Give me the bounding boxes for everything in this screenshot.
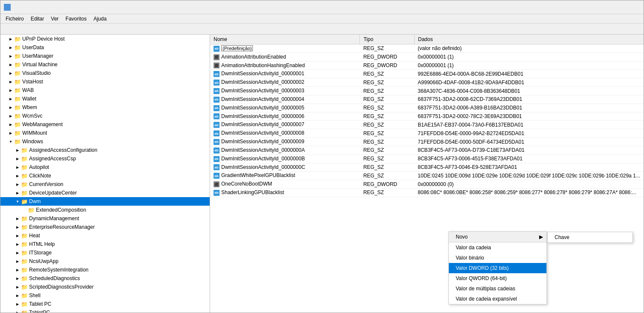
table-row[interactable]: abDwmInitSessionActivityId_00000002REG_S…: [210, 78, 644, 87]
minimize-button[interactable]: [579, 1, 599, 13]
tree-item[interactable]: ▶📁WAB: [0, 86, 210, 94]
expand-icon[interactable]: ▶: [14, 232, 21, 239]
expand-icon[interactable]: ▶: [14, 189, 21, 196]
table-row[interactable]: abShaderLinkingGPUBlacklistREG_SZ8086:08…: [210, 189, 644, 197]
expand-icon[interactable]: ▶: [7, 70, 14, 77]
expand-icon[interactable]: ▼: [7, 138, 14, 145]
tree-item[interactable]: ▶📁ClickNote: [0, 171, 210, 180]
chave-item[interactable]: Chave: [548, 232, 632, 242]
table-row[interactable]: abDwmInitSessionActivityId_00000004REG_S…: [210, 95, 644, 103]
close-button[interactable]: [620, 1, 640, 13]
expand-icon[interactable]: ▶: [14, 283, 21, 290]
expand-icon[interactable]: ▶: [7, 61, 14, 68]
expand-icon[interactable]: ▶: [14, 258, 21, 265]
col-header-type[interactable]: Tipo: [360, 35, 414, 44]
context-menu-item[interactable]: Valor da cadeia: [449, 242, 546, 253]
expand-icon[interactable]: ▶: [14, 275, 21, 282]
expand-icon[interactable]: ▶: [14, 164, 21, 171]
expand-icon[interactable]: ▶: [7, 53, 14, 59]
expand-icon[interactable]: ▶: [14, 224, 21, 230]
menu-ficheiro[interactable]: Ficheiro: [2, 15, 27, 23]
expand-icon[interactable]: ▶: [14, 266, 21, 273]
table-row[interactable]: abDwmInitSessionActivityId_00000006REG_S…: [210, 112, 644, 121]
expand-icon[interactable]: ▶: [14, 172, 21, 179]
tree-item[interactable]: ▶📁DeviceUpdateCenter: [0, 189, 210, 197]
context-menu-item[interactable]: Valor QWORD (64-bit): [449, 273, 546, 283]
tree-item[interactable]: ▶📁Autopilot: [0, 163, 210, 171]
tree-item[interactable]: ▶📁RemoteSystemIntegration: [0, 266, 210, 274]
table-row[interactable]: abDwmInitSessionActivityId_00000009REG_S…: [210, 138, 644, 146]
expand-icon[interactable]: ▶: [7, 87, 14, 94]
tree-item[interactable]: ▶📁AssignedAccessConfiguration: [0, 146, 210, 154]
tree-item[interactable]: ▶📁VisualStudio: [0, 69, 210, 77]
expand-icon[interactable]: [21, 207, 28, 213]
expand-icon[interactable]: ▶: [7, 35, 14, 42]
tree-item[interactable]: ▶📁NcsiUwpApp: [0, 257, 210, 266]
expand-icon[interactable]: ▶: [14, 181, 21, 188]
expand-icon[interactable]: ▶: [14, 215, 21, 222]
context-menu-item[interactable]: Valor de cadeia expansível: [449, 294, 546, 304]
expand-icon[interactable]: ▶: [7, 95, 14, 102]
tree-item[interactable]: 📁ExtendedComposition: [0, 206, 210, 214]
tree-item[interactable]: ▶📁Shell: [0, 291, 210, 300]
context-menu-item[interactable]: Valor de múltiplas cadeias: [449, 283, 546, 294]
maximize-button[interactable]: [600, 1, 620, 13]
tree-item[interactable]: ▶📁ScriptedDiagnosticsProvider: [0, 283, 210, 291]
expand-icon[interactable]: ▼: [14, 198, 21, 205]
expand-icon[interactable]: ▶: [14, 292, 21, 299]
tree-item[interactable]: ▶📁WIMMount: [0, 129, 210, 137]
tree-item[interactable]: ▶📁HTML Help: [0, 240, 210, 248]
tree-item[interactable]: ▶📁EnterpriseResourceManager: [0, 223, 210, 231]
table-row[interactable]: ⬛AnimationAttributionHashingEnabledREG_D…: [210, 61, 644, 70]
tree-item[interactable]: ▶📁ScheduledDiagnostics: [0, 274, 210, 283]
expand-icon[interactable]: ▶: [7, 44, 14, 51]
expand-icon[interactable]: ▶: [14, 155, 21, 162]
tree-item[interactable]: ▶📁WebManagement: [0, 120, 210, 129]
expand-icon[interactable]: ▶: [7, 104, 14, 111]
tree-item[interactable]: ▶📁AssignedAccessCsp: [0, 154, 210, 163]
table-row[interactable]: ⬛OneCoreNoBootDWMREG_DWORD0x00000000 (0): [210, 180, 644, 189]
table-row[interactable]: abDwmInitSessionActivityId_00000001REG_S…: [210, 70, 644, 78]
table-row[interactable]: abDwmInitSessionActivityId_0000000BREG_S…: [210, 154, 644, 163]
expand-icon[interactable]: ▶: [7, 130, 14, 136]
tree-item[interactable]: ▶📁Wbem: [0, 103, 210, 112]
tree-panel[interactable]: ▶📁UPnP Device Host▶📁UserData▶📁UserManage…: [0, 35, 210, 313]
tree-item[interactable]: ▶📁ITStorage: [0, 248, 210, 257]
col-header-name[interactable]: Nome: [210, 35, 360, 44]
tree-item[interactable]: ▶📁UserManager: [0, 52, 210, 60]
table-row[interactable]: abDwmInitSessionActivityId_00000005REG_S…: [210, 103, 644, 112]
tree-item[interactable]: ▶📁UserData: [0, 43, 210, 52]
table-row[interactable]: ⬛AnimationAttributionEnabledREG_DWORD0x0…: [210, 53, 644, 61]
expand-icon[interactable]: ▶: [7, 112, 14, 119]
table-row[interactable]: abDwmInitSessionActivityId_0000000CREG_S…: [210, 163, 644, 171]
expand-icon[interactable]: ▶: [14, 147, 21, 154]
tree-item[interactable]: ▼📁Windows: [0, 137, 210, 146]
col-header-data[interactable]: Dados: [414, 35, 644, 44]
table-row[interactable]: abDwmInitSessionActivityId_00000008REG_S…: [210, 129, 644, 138]
novo-submenu[interactable]: Novo ▶: [449, 232, 546, 242]
tree-item[interactable]: ▶📁Virtual Machine: [0, 60, 210, 69]
tree-item[interactable]: ▶📁Heat: [0, 231, 210, 240]
context-menu-item[interactable]: Valor binário: [449, 253, 546, 263]
table-row[interactable]: abDwmInitSessionActivityId_00000003REG_S…: [210, 87, 644, 95]
expand-icon[interactable]: ▶: [14, 301, 21, 307]
expand-icon[interactable]: ▶: [14, 241, 21, 248]
menu-favoritos[interactable]: Favoritos: [62, 15, 90, 23]
tree-item[interactable]: ▶📁Tablet PC: [0, 300, 210, 308]
menu-ajuda[interactable]: Ajuda: [90, 15, 110, 23]
tree-item[interactable]: ▶📁VstaHost: [0, 77, 210, 86]
expand-icon[interactable]: ▶: [14, 249, 21, 256]
expand-icon[interactable]: ▶: [7, 78, 14, 85]
menu-editar[interactable]: Editar: [27, 15, 47, 23]
tree-item[interactable]: ▶📁Wallet: [0, 94, 210, 103]
table-row[interactable]: ab(Predefinição)REG_SZ(valor não definid…: [210, 44, 644, 53]
expand-icon[interactable]: ▶: [14, 309, 21, 313]
table-row[interactable]: abDwmInitSessionActivityId_0000000AREG_S…: [210, 146, 644, 154]
tree-item[interactable]: ▶📁WcmSvc: [0, 112, 210, 120]
table-row[interactable]: abDwmInitSessionActivityId_00000007REG_S…: [210, 121, 644, 129]
context-menu-item[interactable]: Valor DWORD (32 bits): [449, 263, 546, 273]
menu-ver[interactable]: Ver: [47, 15, 62, 23]
tree-item[interactable]: ▼📁Dwm: [0, 197, 210, 206]
expand-icon[interactable]: ▶: [7, 121, 14, 128]
tree-item[interactable]: ▶📁UPnP Device Host: [0, 35, 210, 43]
